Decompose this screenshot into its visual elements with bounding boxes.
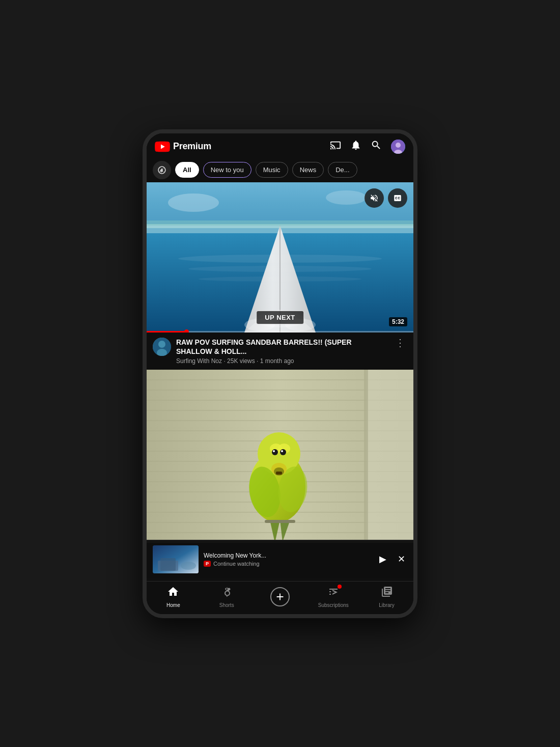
shorts-label: Shorts xyxy=(219,602,234,608)
nav-add[interactable] xyxy=(254,587,307,606)
nav-home[interactable]: Home xyxy=(147,586,200,608)
video-top-controls xyxy=(365,188,407,208)
filter-all[interactable]: All xyxy=(175,162,199,178)
mini-close-button[interactable]: ✕ xyxy=(396,554,407,565)
svg-point-49 xyxy=(272,449,278,455)
bottom-nav: Home Shorts Subscriptions xyxy=(147,581,413,614)
video-title: RAW POV SURFING SANDBAR BARRELS!! (SUPER… xyxy=(176,338,388,356)
bird-scene xyxy=(147,370,413,543)
mini-info: Welcoming New York... P Continue watchin… xyxy=(204,552,370,567)
svg-rect-40 xyxy=(364,370,368,543)
view-count: 25K views xyxy=(227,357,255,365)
video-meta: RAW POV SURFING SANDBAR BARRELS!! (SUPER… xyxy=(176,338,388,365)
video-subtitle: Surfing With Noz · 25K views · 1 month a… xyxy=(176,357,388,365)
svg-point-52 xyxy=(281,450,283,452)
svg-point-60 xyxy=(181,562,196,570)
svg-point-1 xyxy=(396,143,401,148)
mute-button[interactable] xyxy=(365,188,384,208)
separator2: · xyxy=(257,357,260,365)
avatar[interactable] xyxy=(391,140,405,154)
explore-button[interactable] xyxy=(153,161,171,179)
svg-rect-39 xyxy=(367,370,413,543)
video-player[interactable]: UP NEXT 5:32 xyxy=(147,182,413,333)
premium-badge: P xyxy=(204,561,211,567)
filter-bar: All New to you Music News De... xyxy=(147,158,413,182)
home-label: Home xyxy=(166,602,180,608)
subscriptions-icon xyxy=(327,586,340,601)
channel-name: Surfing With Noz xyxy=(176,357,222,365)
logo-area: Premium xyxy=(155,141,211,152)
progress-fill xyxy=(147,331,187,333)
filter-music[interactable]: Music xyxy=(256,162,288,178)
library-icon xyxy=(381,586,393,601)
cc-button[interactable] xyxy=(388,188,407,208)
notification-dot xyxy=(338,585,342,589)
up-next-badge: UP NEXT xyxy=(256,311,304,324)
shorts-icon xyxy=(220,586,233,601)
filter-news[interactable]: News xyxy=(292,162,324,178)
svg-point-19 xyxy=(158,341,165,348)
time-ago: 1 month ago xyxy=(260,357,294,365)
svg-rect-59 xyxy=(160,558,176,571)
mini-player: Welcoming New York... P Continue watchin… xyxy=(147,540,413,578)
cast-icon[interactable] xyxy=(330,140,341,153)
svg-rect-55 xyxy=(276,472,282,475)
bird-bg xyxy=(147,370,413,543)
subscriptions-label: Subscriptions xyxy=(318,602,349,608)
nav-shorts[interactable]: Shorts xyxy=(200,586,254,608)
video-duration: 5:32 xyxy=(389,317,407,326)
svg-point-16 xyxy=(168,193,219,212)
mini-thumbnail xyxy=(153,545,199,573)
app-header: Premium xyxy=(147,133,413,158)
continue-watching-label: Continue watching xyxy=(213,561,260,567)
continue-watching-row: P Continue watching xyxy=(204,561,370,567)
search-icon[interactable] xyxy=(371,140,382,153)
svg-point-51 xyxy=(280,449,286,455)
mini-title: Welcoming New York... xyxy=(204,552,370,559)
filter-new-to-you[interactable]: New to you xyxy=(203,162,251,178)
add-button[interactable] xyxy=(270,587,290,606)
channel-avatar-inner xyxy=(153,338,171,356)
channel-avatar[interactable] xyxy=(153,338,171,356)
brand-name: Premium xyxy=(173,141,211,152)
bird-video[interactable] xyxy=(147,370,413,543)
filter-more[interactable]: De... xyxy=(328,162,357,178)
nav-library[interactable]: Library xyxy=(360,586,413,608)
phone-frame: Premium All xyxy=(143,129,417,618)
header-icons xyxy=(330,140,405,154)
youtube-icon xyxy=(155,141,170,152)
svg-point-50 xyxy=(273,450,275,452)
home-icon xyxy=(167,586,179,601)
phone-inner: Premium All xyxy=(147,133,413,614)
mini-play-button[interactable]: ▶ xyxy=(375,554,390,565)
progress-bar[interactable] xyxy=(147,331,413,333)
video-info-row: RAW POV SURFING SANDBAR BARRELS!! (SUPER… xyxy=(147,333,413,370)
svg-rect-56 xyxy=(265,520,295,523)
more-options-button[interactable]: ⋮ xyxy=(393,338,407,348)
svg-point-17 xyxy=(326,190,367,205)
bell-icon[interactable] xyxy=(350,140,361,153)
mini-thumb-inner xyxy=(153,545,199,573)
svg-rect-15 xyxy=(147,220,413,226)
nav-subscriptions[interactable]: Subscriptions xyxy=(306,586,360,608)
library-label: Library xyxy=(379,602,395,608)
youtube-logo xyxy=(155,141,170,152)
progress-dot xyxy=(184,329,189,333)
